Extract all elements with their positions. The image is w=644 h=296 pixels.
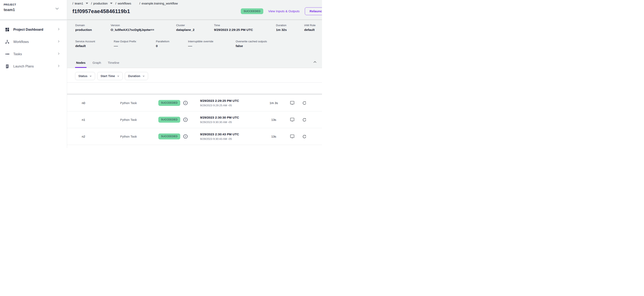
sidebar-item-label: Tasks <box>13 52 57 56</box>
table-header-spacer <box>67 83 322 94</box>
tab-graph[interactable]: Graph <box>91 57 102 68</box>
filter-start-time-button[interactable]: Start Time <box>97 72 123 80</box>
meta-raw-output-prefix: Raw Output Prefix ---- <box>114 40 156 48</box>
meta-value: ---- <box>188 44 236 48</box>
breadcrumb-workflow-name[interactable]: / example.training_workflow <box>139 2 178 5</box>
meta-version: Version O_Iu5fwAX17scDg9jJqotw== <box>111 24 176 32</box>
sidebar-item-workflows[interactable]: Workflows <box>0 35 67 48</box>
meta-label: Service Account <box>75 40 114 43</box>
node-time: 9/29/2023 2:30:43 PM UTC 9/29/2023 9:30:… <box>200 132 262 140</box>
meta-label: Parallelism <box>156 40 188 43</box>
breadcrumb-project[interactable]: / team1 <box>72 2 88 5</box>
redo-icon <box>302 101 307 105</box>
rerun-icon[interactable] <box>298 117 310 122</box>
sidebar-item-label: Launch Plans <box>13 64 57 68</box>
sidebar-item-label: Project Dashboard <box>13 27 57 31</box>
execution-header: / team1 / production / workflows / examp… <box>67 0 322 19</box>
meta-interruptible-override: Interruptible override ---- <box>188 40 236 48</box>
node-duration: 1m 3s <box>262 101 286 105</box>
node-duration: 13s <box>262 118 286 121</box>
workflows-icon <box>5 39 10 44</box>
meta-value: ---- <box>114 44 156 48</box>
dashboard-icon <box>5 27 10 32</box>
filter-label: Status <box>78 74 87 78</box>
sidebar-nav: Project Dashboard Workflows <box>0 20 67 72</box>
rerun-icon[interactable] <box>298 134 310 139</box>
breadcrumb-separator: / <box>72 2 73 5</box>
table-row-n0[interactable]: n0 Python Task SUCCEEDED 9/29/2023 2:29:… <box>67 95 322 111</box>
meta-value: 9/29/2023 2:29:25 PM UTC <box>214 28 276 32</box>
breadcrumb-separator: / <box>91 2 92 5</box>
meta-label: Time <box>214 24 276 27</box>
chevron-right-icon <box>57 40 60 44</box>
node-time-utc: 9/29/2023 2:30:30 PM UTC <box>200 116 262 119</box>
execution-metadata: Domain production Version O_Iu5fwAX17scD… <box>67 20 322 68</box>
node-time: 9/29/2023 2:29:25 PM UTC 9/29/2023 9:29:… <box>200 99 262 107</box>
table-row-n1[interactable]: n1 Python Task SUCCEEDED 9/29/2023 2:30:… <box>67 111 322 128</box>
caret-down-icon[interactable] <box>110 3 112 4</box>
sidebar-item-project-dashboard[interactable]: Project Dashboard <box>0 23 67 35</box>
main-content: / team1 / production / workflows / examp… <box>67 0 322 148</box>
node-status-badge: SUCCEEDED <box>158 100 180 106</box>
breadcrumb-link[interactable]: production <box>93 2 108 5</box>
breadcrumb-separator: / <box>116 2 116 5</box>
node-type: Python Task <box>100 101 157 105</box>
node-name: n1 <box>67 118 100 121</box>
metadata-row-1: Domain production Version O_Iu5fwAX17scD… <box>75 24 322 32</box>
title-row: f1f0957eae45846119b1 SUCCEEDED View Inpu… <box>72 7 322 15</box>
info-icon[interactable] <box>183 134 188 139</box>
chevron-up-icon[interactable] <box>313 60 317 65</box>
filter-label: Duration <box>128 74 140 78</box>
meta-label: Domain <box>75 24 111 27</box>
meta-overwrite-cached-outputs: Overwrite cached outputs false <box>236 40 267 48</box>
view-inputs-outputs-link[interactable]: View Inputs & Outputs <box>268 9 300 13</box>
info-icon[interactable] <box>183 100 188 105</box>
breadcrumb: / team1 / production / workflows / examp… <box>72 1 322 5</box>
tab-nodes[interactable]: Nodes <box>75 57 86 68</box>
node-time-utc: 9/29/2023 2:30:43 PM UTC <box>200 132 262 136</box>
tab-bar: Nodes Graph Timeline <box>75 57 124 68</box>
filter-label: Start Time <box>100 74 115 78</box>
filter-status-button[interactable]: Status <box>75 72 95 80</box>
node-type: Python Task <box>100 135 157 138</box>
view-logs-icon[interactable] <box>286 100 298 105</box>
breadcrumb-link[interactable]: example.training_workflow <box>142 2 178 5</box>
meta-label: Duration <box>276 24 304 27</box>
relaunch-button[interactable]: Relaunch <box>305 7 322 15</box>
node-status-badge: SUCCEEDED <box>158 117 180 123</box>
breadcrumb-link[interactable]: team1 <box>75 2 83 5</box>
chevron-right-icon <box>57 52 60 56</box>
meta-service-account: Service Account default <box>75 40 114 48</box>
redo-icon <box>302 117 307 122</box>
redo-icon <box>302 134 307 139</box>
table-row-n2[interactable]: n2 Python Task SUCCEEDED 9/29/2023 2:30:… <box>67 128 322 145</box>
breadcrumb-domain[interactable]: / production <box>91 2 112 5</box>
sidebar-item-label: Workflows <box>13 40 57 44</box>
tasks-icon <box>5 51 10 56</box>
sidebar-item-tasks[interactable]: Tasks <box>0 48 67 60</box>
breadcrumb-workflows[interactable]: / workflows <box>116 2 131 5</box>
sidebar-item-launch-plans[interactable]: Launch Plans <box>0 60 67 72</box>
rerun-icon[interactable] <box>298 101 310 105</box>
meta-time: Time 9/29/2023 2:29:25 PM UTC <box>214 24 276 32</box>
view-logs-icon[interactable] <box>286 117 298 122</box>
metadata-row-2: Service Account default Raw Output Prefi… <box>75 40 322 48</box>
node-name: n2 <box>67 135 100 138</box>
node-time-local: 9/29/2023 9:29:25 AM -05 <box>200 104 262 107</box>
meta-value: default <box>304 28 316 32</box>
node-time-local: 9/29/2023 9:30:43 AM -05 <box>200 137 262 140</box>
breadcrumb-link[interactable]: workflows <box>118 2 131 5</box>
sidebar: PROJECT team1 Project Dashboard <box>0 0 67 148</box>
tab-timeline[interactable]: Timeline <box>107 57 120 68</box>
info-icon[interactable] <box>183 117 188 122</box>
node-status-badge: SUCCEEDED <box>158 133 180 139</box>
view-logs-icon[interactable] <box>286 134 298 139</box>
chevron-right-icon <box>57 27 60 32</box>
project-label: PROJECT <box>4 3 67 6</box>
caret-down-icon[interactable] <box>86 3 88 4</box>
project-selector[interactable]: PROJECT team1 <box>0 0 67 19</box>
chevron-down-icon <box>54 6 60 12</box>
chevron-down-icon <box>142 75 145 77</box>
filter-duration-button[interactable]: Duration <box>125 72 148 80</box>
meta-value: 0 <box>156 44 188 48</box>
